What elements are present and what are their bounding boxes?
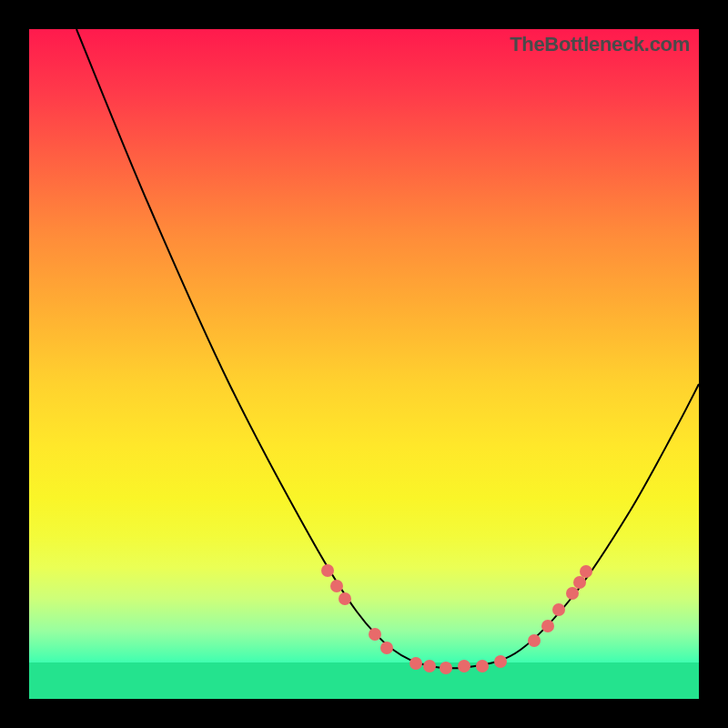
marker-dot <box>410 657 422 670</box>
marker-dot <box>580 565 592 578</box>
marker-dot <box>321 564 334 577</box>
marker-dot <box>494 655 507 668</box>
chart-svg <box>29 29 699 699</box>
marker-dot <box>330 580 343 592</box>
marker-dot <box>339 592 351 605</box>
bottleneck-curve <box>76 29 699 668</box>
marker-dot <box>458 660 470 672</box>
marker-dot <box>369 628 381 641</box>
marker-dot <box>573 576 586 589</box>
marker-dot <box>476 660 489 672</box>
marker-dot <box>528 634 541 647</box>
plot-area: TheBottleneck.com <box>29 29 699 699</box>
marker-dot <box>541 620 554 632</box>
outer-frame: TheBottleneck.com <box>0 0 728 728</box>
marker-dot <box>423 660 436 672</box>
marker-dot <box>440 662 452 674</box>
marker-dot <box>380 642 393 654</box>
marker-dot <box>552 603 565 616</box>
marker-dot <box>566 587 579 600</box>
